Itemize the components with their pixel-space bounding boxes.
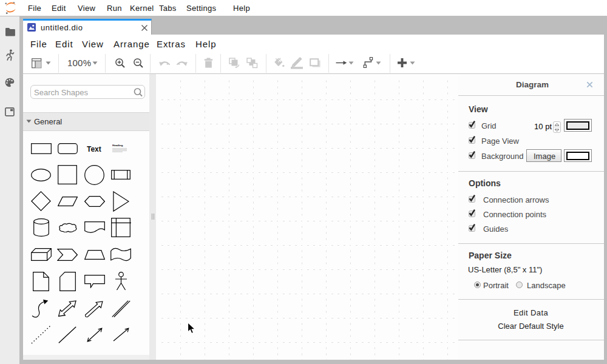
svg-text:Text: Text [87, 145, 101, 152]
svg-text:Heading: Heading [112, 144, 123, 147]
